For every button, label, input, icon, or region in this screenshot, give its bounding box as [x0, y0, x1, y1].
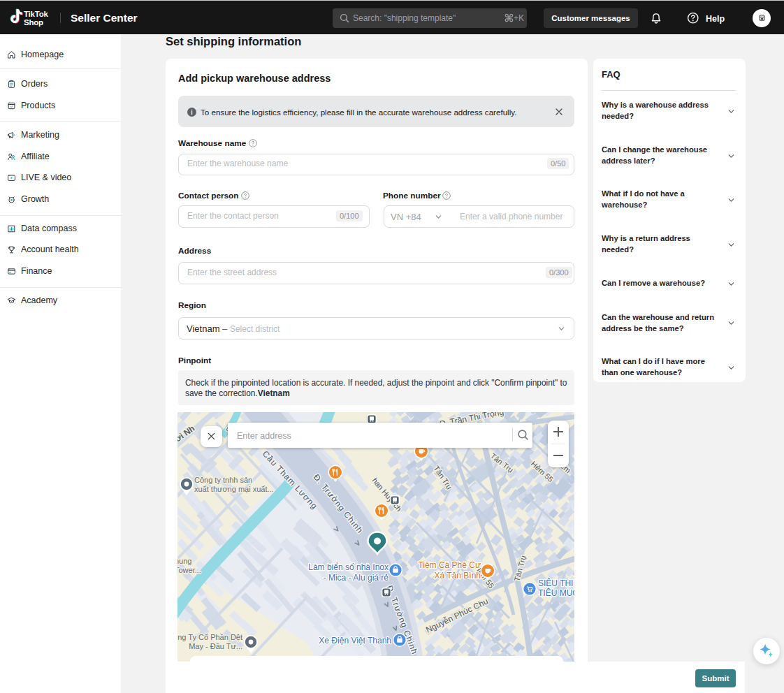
svg-text:TIÊU MUỐ: TIÊU MUỐ: [538, 588, 574, 598]
svg-text:ng Ty Cổ Phần Dệt: ng Ty Cổ Phần Dệt: [177, 633, 242, 641]
svg-text:May - Đầu Tư...: May - Đầu Tư...: [189, 642, 242, 650]
svg-text:hung: hung: [177, 557, 191, 565]
svg-text:Xe Điện Việt Thanh: Xe Điện Việt Thanh: [319, 636, 391, 645]
svg-text:Công ty tnhh sản: Công ty tnhh sản: [194, 476, 252, 484]
svg-text:- Mica - Alu giá rẻ: - Mica - Alu giá rẻ: [324, 573, 389, 583]
svg-text:Tiệm Cà Phê Cư: Tiệm Cà Phê Cư: [418, 560, 481, 570]
svg-text:SIÊU THỊ Á: SIÊU THỊ Á: [538, 578, 574, 588]
svg-text:Tower...: Tower...: [177, 566, 201, 574]
svg-text:xuất thương mại xuất...: xuất thương mại xuất...: [194, 485, 274, 493]
svg-text:Xá Tân Bình: Xá Tân Bình: [435, 571, 481, 581]
svg-text:Làm biển số nhà Inox: Làm biển số nhà Inox: [308, 562, 389, 572]
